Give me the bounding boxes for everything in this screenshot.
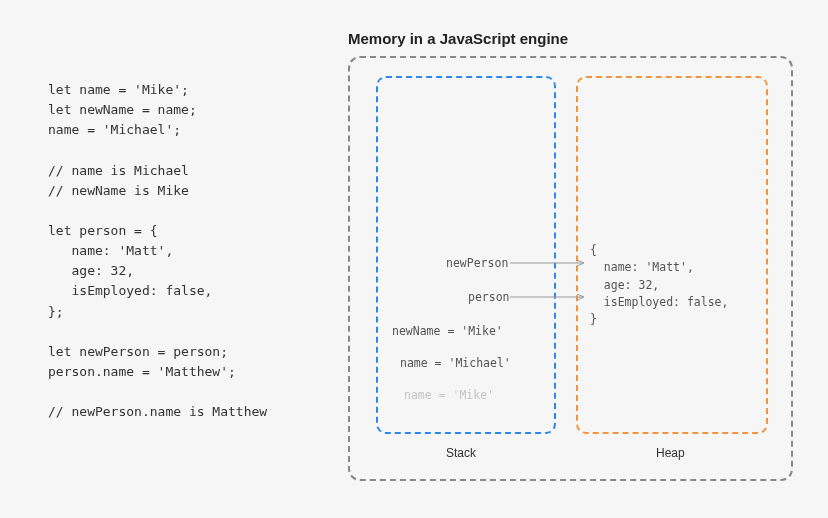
stack-item-person: person [468, 290, 510, 304]
stack-label: Stack [446, 446, 476, 460]
stack-item-newname: newName = 'Mike' [392, 324, 503, 338]
heap-label: Heap [656, 446, 685, 460]
heap-object: { name: 'Matt', age: 32, isEmployed: fal… [590, 242, 728, 328]
code-block: let name = 'Mike'; let newName = name; n… [48, 80, 267, 422]
stack-item-name-old: name = 'Mike' [404, 388, 494, 402]
stack-item-name: name = 'Michael' [400, 356, 511, 370]
memory-outer-box: Stack Heap newPerson person newName = 'M… [348, 56, 793, 481]
diagram-title: Memory in a JavaScript engine [348, 30, 568, 47]
stack-box [376, 76, 556, 434]
stack-item-newperson: newPerson [446, 256, 508, 270]
